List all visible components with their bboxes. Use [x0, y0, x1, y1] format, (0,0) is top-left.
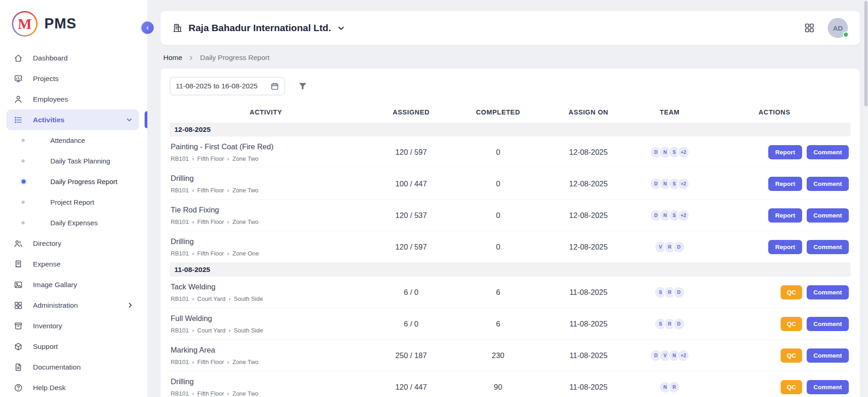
- report-button[interactable]: Report: [768, 177, 802, 191]
- sidebar-subitem-project-report[interactable]: Project Report: [0, 192, 147, 212]
- sidebar-subitem-attendance[interactable]: Attendance: [0, 130, 147, 151]
- group-date-row: 11-08-2025: [170, 263, 851, 277]
- sidebar-collapse-button[interactable]: ‹: [140, 20, 155, 35]
- column-header: ACTIONS: [698, 109, 851, 116]
- user-avatar[interactable]: AD: [828, 18, 848, 38]
- activity-name: Tie Rod Fixing: [171, 206, 358, 214]
- team-avatar[interactable]: D: [673, 318, 685, 330]
- comment-button[interactable]: Comment: [807, 208, 849, 223]
- actions-cell: ReportComment: [698, 145, 851, 159]
- sidebar-subitem-daily-expenses[interactable]: Daily Expenses: [0, 212, 147, 233]
- bullet-icon: [22, 221, 25, 224]
- path-segment: Zone Two: [232, 187, 259, 194]
- path-segment: Fifth Floor: [197, 218, 224, 225]
- sidebar: M PMS ‹ DashboardProjectsEmployeesActivi…: [0, 0, 148, 397]
- assign-on-cell: 11-08-2025: [536, 383, 641, 392]
- actions-cell: ReportComment: [698, 240, 851, 254]
- sidebar-item-inventory[interactable]: Inventory: [0, 315, 147, 336]
- activity-name: Tack Welding: [171, 283, 358, 291]
- team-avatar[interactable]: D: [673, 241, 685, 253]
- filter-icon[interactable]: [298, 82, 307, 91]
- team-more-badge[interactable]: +2: [677, 146, 690, 158]
- breadcrumb-home-link[interactable]: Home: [163, 54, 182, 62]
- directory-icon: [13, 239, 24, 248]
- apps-grid-icon[interactable]: [804, 22, 815, 33]
- bullet-icon: [22, 159, 25, 163]
- sidebar-item-directory[interactable]: Directory: [0, 233, 147, 254]
- company-selector[interactable]: Raja Bahadur International Ltd.: [173, 22, 345, 33]
- sidebar-item-label: Directory: [33, 239, 61, 248]
- activity-name: Drilling: [171, 237, 358, 246]
- date-range-value: 11-08-2025 to 16-08-2025: [176, 82, 258, 90]
- report-button[interactable]: Report: [768, 145, 802, 159]
- qc-button[interactable]: QC: [781, 380, 802, 394]
- qc-button[interactable]: QC: [781, 317, 802, 331]
- completed-cell: 6: [460, 320, 536, 328]
- activity-cell: Drilling RB101Fifth FloorZone One: [170, 233, 362, 261]
- activity-path: RB101Fifth FloorZone Two: [171, 187, 358, 194]
- comment-button[interactable]: Comment: [807, 380, 849, 394]
- path-segment: RB101: [171, 359, 189, 365]
- qc-button[interactable]: QC: [781, 348, 802, 363]
- projects-icon: [13, 74, 24, 83]
- path-chevron-icon: [192, 250, 194, 257]
- assign-on-cell: 12-08-2025: [536, 148, 641, 157]
- logo-letter: M: [18, 16, 32, 33]
- report-button[interactable]: Report: [768, 208, 802, 223]
- table-row: Tie Rod Fixing RB101Fifth FloorZone Two …: [170, 200, 851, 231]
- team-more-badge[interactable]: +2: [677, 209, 690, 222]
- activity-cell: Painting - First Coat (Fire Red) RB101Fi…: [170, 138, 362, 167]
- table-body: 12-08-2025 Painting - First Coat (Fire R…: [170, 123, 851, 397]
- sidebar-item-dashboard[interactable]: Dashboard: [0, 48, 147, 68]
- sidebar-item-help-desk[interactable]: Help Desk: [0, 377, 147, 397]
- sidebar-item-projects[interactable]: Projects: [0, 68, 147, 89]
- activity-path: RB101Fifth FloorZone Two: [171, 359, 358, 365]
- sidebar-item-support[interactable]: Support: [0, 336, 147, 357]
- qc-button[interactable]: QC: [781, 285, 802, 299]
- group-date-row: 12-08-2025: [170, 123, 851, 136]
- comment-button[interactable]: Comment: [807, 348, 849, 363]
- sidebar-subitem-label: Project Report: [50, 198, 94, 206]
- team-cell: DNS+2: [641, 146, 698, 158]
- team-cell: SRD: [641, 286, 698, 299]
- path-segment: Fifth Floor: [197, 250, 224, 257]
- sidebar-item-employees[interactable]: Employees: [0, 89, 147, 109]
- date-range-input[interactable]: 11-08-2025 to 16-08-2025: [170, 77, 285, 95]
- path-chevron-icon: [227, 359, 229, 365]
- path-chevron-icon: [192, 218, 194, 225]
- report-button[interactable]: Report: [768, 240, 802, 254]
- sidebar-item-image-gallary[interactable]: Image Gallary: [0, 274, 147, 295]
- sidebar-item-expense[interactable]: Expense: [0, 254, 147, 274]
- completed-cell: 0: [460, 179, 536, 188]
- sidebar-subitem-daily-progress-report[interactable]: Daily Progress Report: [0, 171, 147, 192]
- activity-name: Drilling: [171, 174, 358, 183]
- table-row: Marking Area RB101Fifth FloorZone Two 25…: [170, 340, 851, 371]
- scrollbar-thumb[interactable]: [864, 1, 868, 106]
- activity-cell: Full Welding RB101Court YardSouth Side: [170, 310, 362, 338]
- page-scrollbar[interactable]: [864, 0, 868, 397]
- calendar-icon: [270, 82, 279, 91]
- comment-button[interactable]: Comment: [807, 317, 849, 331]
- path-segment: Zone Two: [232, 218, 259, 225]
- table-row: Painting - First Coat (Fire Red) RB101Fi…: [170, 136, 851, 168]
- sidebar-subitem-label: Daily Task Planning: [50, 157, 110, 165]
- comment-button[interactable]: Comment: [807, 177, 849, 191]
- team-more-badge[interactable]: +2: [677, 178, 690, 190]
- sidebar-item-activities[interactable]: Activities: [6, 109, 139, 130]
- table-row: Drilling RB101Fifth FloorZone One 120 / …: [170, 231, 851, 263]
- sidebar-item-documentation[interactable]: Documentation: [0, 357, 147, 377]
- team-cell: SRD: [641, 318, 698, 330]
- comment-button[interactable]: Comment: [807, 145, 849, 159]
- comment-button[interactable]: Comment: [807, 240, 849, 254]
- team-avatar[interactable]: R: [668, 381, 680, 393]
- team-avatar[interactable]: D: [673, 286, 685, 299]
- logo-icon: M: [12, 11, 38, 37]
- activity-cell: Tack Welding RB101Court YardSouth Side: [170, 278, 362, 307]
- sidebar-subitem-daily-task-planning[interactable]: Daily Task Planning: [0, 151, 147, 171]
- comment-button[interactable]: Comment: [807, 285, 849, 299]
- path-segment: RB101: [171, 295, 189, 302]
- team-more-badge[interactable]: +2: [677, 349, 690, 362]
- path-chevron-icon: [192, 187, 194, 194]
- sidebar-item-label: Inventory: [33, 322, 62, 330]
- sidebar-item-administration[interactable]: Administration: [0, 295, 147, 315]
